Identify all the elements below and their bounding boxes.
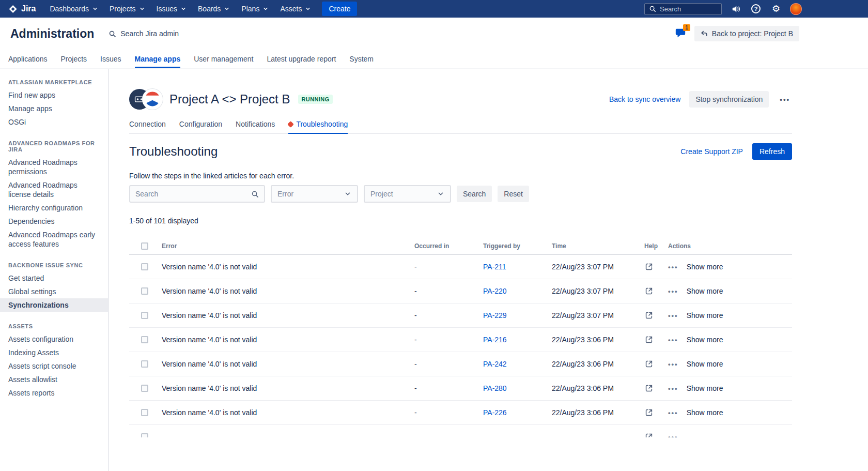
show-more-button[interactable]: Show more xyxy=(687,287,723,295)
help-external-link-icon[interactable] xyxy=(644,286,654,296)
issue-link[interactable]: PA-211 xyxy=(483,263,506,271)
issue-link[interactable]: PA-229 xyxy=(483,311,507,320)
help-external-link-icon[interactable] xyxy=(644,335,654,344)
row-checkbox[interactable] xyxy=(141,433,148,437)
help-external-link-icon[interactable] xyxy=(644,262,654,271)
row-more-actions[interactable]: ••• xyxy=(668,312,678,320)
project-app-icon xyxy=(142,89,163,110)
row-checkbox[interactable] xyxy=(141,287,148,295)
sidebar-item[interactable]: Global settings xyxy=(0,285,108,298)
show-more-button[interactable]: Show more xyxy=(687,263,723,271)
sidebar-item[interactable]: Assets configuration xyxy=(0,332,108,346)
row-more-actions[interactable]: ••• xyxy=(668,263,678,271)
show-more-button[interactable]: Show more xyxy=(687,408,723,417)
row-checkbox[interactable] xyxy=(141,360,148,368)
nav-menu-item[interactable]: Projects xyxy=(104,0,151,18)
sync-tab[interactable]: Configuration xyxy=(179,120,222,133)
search-button[interactable]: Search xyxy=(457,186,492,202)
more-actions-button[interactable]: ••• xyxy=(778,94,792,105)
show-more-button[interactable]: Show more xyxy=(687,336,723,344)
project-filter-dropdown[interactable]: Project xyxy=(364,185,451,203)
show-more-button[interactable]: Show more xyxy=(687,311,723,320)
row-more-actions[interactable]: ••• xyxy=(668,385,678,392)
row-more-actions[interactable]: ••• xyxy=(668,409,678,417)
sidebar-item[interactable]: Hierarchy configuration xyxy=(0,201,108,215)
issue-link[interactable]: PA-220 xyxy=(483,287,507,295)
help-icon[interactable]: ? xyxy=(750,3,762,15)
help-external-link-icon[interactable] xyxy=(644,408,654,417)
sync-tab[interactable]: Connection xyxy=(129,120,166,133)
create-support-zip-link[interactable]: Create Support ZIP xyxy=(680,147,743,156)
nav-menu-item[interactable]: Issues xyxy=(151,0,192,18)
sidebar-item[interactable]: Advanced Roadmaps permissions xyxy=(0,156,108,178)
jira-logo[interactable]: Jira xyxy=(6,4,44,14)
create-button[interactable]: Create xyxy=(322,2,357,16)
sidebar-item[interactable]: Indexing Assets xyxy=(0,346,108,359)
navbar-search[interactable] xyxy=(644,3,722,15)
sync-tab[interactable]: Notifications xyxy=(236,120,275,133)
sidebar-item[interactable]: Assets allowlist xyxy=(0,373,108,386)
error-cell: Version name '4.0' is not valid xyxy=(162,408,414,417)
user-avatar[interactable] xyxy=(790,3,802,15)
issue-link[interactable]: PA-216 xyxy=(483,336,507,344)
notifications-icon[interactable]: 1 xyxy=(675,27,687,40)
sidebar-item[interactable]: OSGi xyxy=(0,115,108,129)
refresh-button[interactable]: Refresh xyxy=(752,143,792,160)
show-more-button[interactable]: Show more xyxy=(687,360,723,368)
row-checkbox[interactable] xyxy=(141,336,148,343)
row-more-actions[interactable]: ••• xyxy=(668,433,678,438)
nav-menu-item[interactable]: Assets xyxy=(274,0,317,18)
search-field[interactable] xyxy=(129,185,265,203)
sidebar-item[interactable]: Advanced Roadmaps license details xyxy=(0,178,108,201)
issue-link[interactable]: PA-242 xyxy=(483,360,507,368)
sidebar-item[interactable]: Assets script console xyxy=(0,359,108,373)
occurred-in-cell: - xyxy=(414,336,483,344)
sidebar-item[interactable]: Get started xyxy=(0,271,108,285)
stop-synchronization-button[interactable]: Stop synchronization xyxy=(689,91,769,108)
issue-link[interactable]: PA-226 xyxy=(483,408,507,417)
help-external-link-icon[interactable] xyxy=(644,359,654,369)
error-filter-dropdown[interactable]: Error xyxy=(271,185,358,203)
admin-search[interactable]: Search Jira admin xyxy=(109,29,179,38)
admin-tab[interactable]: User management xyxy=(194,50,253,68)
project-filter-label: Project xyxy=(370,190,393,198)
navbar-search-input[interactable] xyxy=(660,5,717,13)
row-checkbox[interactable] xyxy=(141,312,148,319)
admin-tab[interactable]: Projects xyxy=(61,50,87,68)
search-input[interactable] xyxy=(135,190,244,198)
row-more-actions[interactable]: ••• xyxy=(668,336,678,344)
admin-tab[interactable]: Applications xyxy=(8,50,48,68)
sidebar-item[interactable]: Manage apps xyxy=(0,102,108,115)
row-more-actions[interactable]: ••• xyxy=(668,360,678,368)
nav-menu-item[interactable]: Plans xyxy=(236,0,274,18)
issue-link[interactable]: PA-280 xyxy=(483,384,507,392)
select-all-checkbox[interactable] xyxy=(141,242,148,250)
sidebar-item[interactable]: Advanced Roadmaps early access features xyxy=(0,228,108,251)
admin-tab[interactable]: Issues xyxy=(100,50,121,68)
row-checkbox[interactable] xyxy=(141,409,148,416)
help-external-link-icon[interactable] xyxy=(644,432,654,437)
nav-menu-item[interactable]: Boards xyxy=(192,0,236,18)
row-checkbox[interactable] xyxy=(141,385,148,392)
page-actions: Create Support ZIP Refresh xyxy=(680,143,792,160)
sidebar-item[interactable]: Assets reports xyxy=(0,386,108,400)
row-checkbox[interactable] xyxy=(141,263,148,270)
reset-button[interactable]: Reset xyxy=(498,186,529,202)
feedback-megaphone-icon[interactable] xyxy=(730,3,742,15)
help-external-link-icon[interactable] xyxy=(644,311,654,320)
row-more-actions[interactable]: ••• xyxy=(668,287,678,295)
admin-tab[interactable]: Latest upgrade report xyxy=(267,50,336,68)
back-to-project-button[interactable]: Back to project: Project B xyxy=(694,26,799,41)
nav-menu-item[interactable]: Dashboards xyxy=(44,0,104,18)
gear-icon[interactable]: ⚙ xyxy=(770,3,782,15)
sync-title: Project A <> Project B xyxy=(169,92,290,107)
back-to-sync-overview-link[interactable]: Back to sync overview xyxy=(609,95,681,103)
show-more-button[interactable]: Show more xyxy=(687,384,723,392)
admin-tab[interactable]: System xyxy=(349,50,374,68)
sync-tab[interactable]: Troubleshooting xyxy=(288,120,348,133)
sidebar-item[interactable]: Synchronizations xyxy=(0,298,108,312)
admin-tab[interactable]: Manage apps xyxy=(135,50,181,68)
sidebar-item[interactable]: Find new apps xyxy=(0,88,108,102)
sidebar-item[interactable]: Dependencies xyxy=(0,215,108,228)
help-external-link-icon[interactable] xyxy=(644,384,654,393)
